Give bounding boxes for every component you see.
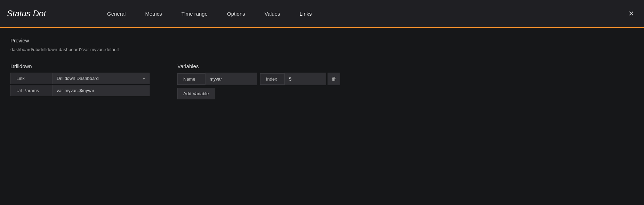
variables-title: Variables [177, 63, 340, 69]
index-input[interactable] [284, 73, 326, 85]
preview-url: dashboard/db/drilldown-dashboard?var-myv… [10, 47, 634, 52]
link-select[interactable]: Drilldown Dashboard ▾ [52, 73, 150, 84]
delete-variable-button[interactable]: 🗑 [328, 73, 340, 85]
drilldown-title: Drilldown [10, 63, 150, 69]
tab-metrics[interactable]: Metrics [135, 0, 171, 28]
tab-links[interactable]: Links [290, 0, 322, 28]
preview-section: Preview dashboard/db/drilldown-dashboard… [10, 38, 634, 52]
tab-options[interactable]: Options [217, 0, 255, 28]
url-params-label: Url Params [10, 85, 52, 96]
name-input[interactable] [205, 73, 257, 85]
drilldown-link-row: Link Drilldown Dashboard ▾ [10, 73, 150, 84]
main-grid: Drilldown Link Drilldown Dashboard ▾ Url… [10, 63, 634, 99]
close-button[interactable]: ✕ [626, 7, 637, 20]
drilldown-section: Drilldown Link Drilldown Dashboard ▾ Url… [10, 63, 150, 99]
url-params-field[interactable] [52, 85, 150, 96]
nav-tabs: General Metrics Time range Options Value… [97, 0, 626, 27]
header: Status Dot General Metrics Time range Op… [0, 0, 644, 28]
url-params-input[interactable] [57, 88, 145, 93]
link-label: Link [10, 73, 52, 84]
url-params-row: Url Params [10, 85, 150, 96]
content-area: Preview dashboard/db/drilldown-dashboard… [0, 28, 644, 109]
preview-title: Preview [10, 38, 634, 43]
tab-general[interactable]: General [97, 0, 135, 28]
index-label: Index [260, 73, 284, 85]
link-select-value: Drilldown Dashboard [57, 76, 99, 81]
variables-row: Name Index 🗑 [177, 73, 340, 85]
chevron-down-icon: ▾ [143, 76, 145, 81]
app-title: Status Dot [7, 9, 77, 18]
trash-icon: 🗑 [331, 76, 336, 82]
name-label: Name [177, 73, 205, 85]
variables-section: Variables Name Index 🗑 Add Variable [177, 63, 340, 99]
add-variable-button[interactable]: Add Variable [177, 88, 215, 99]
tab-time-range[interactable]: Time range [172, 0, 217, 28]
tab-values[interactable]: Values [255, 0, 290, 28]
